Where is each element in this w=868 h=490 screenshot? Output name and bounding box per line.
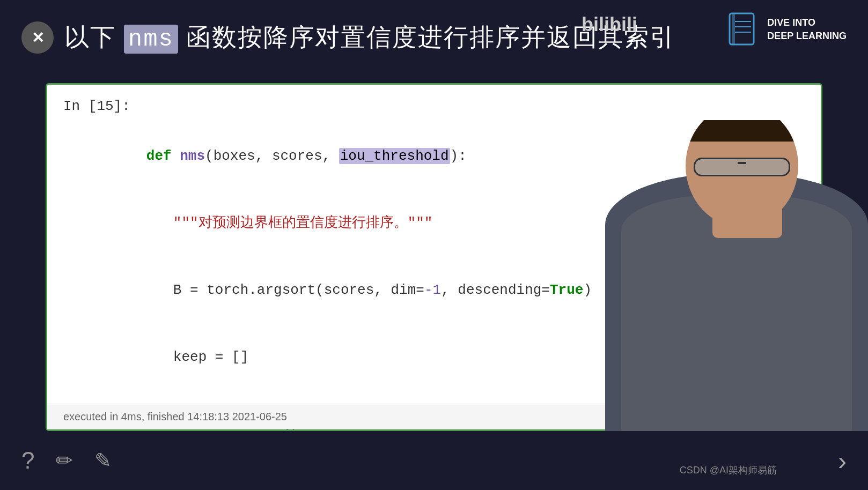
watermark: CSDN @AI架构师易筋 — [680, 464, 777, 477]
logo-text: DIVE INTO DEEP LEARNING — [767, 16, 847, 43]
svg-rect-1 — [732, 13, 735, 44]
cell-label: In [15]: — [63, 95, 805, 118]
code-line-1: def nms(boxes, scores, iou_threshold): — [79, 123, 805, 190]
cell-footer: executed in 4ms, finished 14:18:13 2021-… — [47, 404, 821, 429]
fn-name-nms: nms — [180, 148, 205, 164]
code-line-3: B = torch.argsort(scores, dim=-1, descen… — [79, 257, 805, 324]
close-button[interactable] — [21, 21, 54, 54]
keyword-def: def — [146, 148, 180, 164]
help-icon[interactable]: ? — [21, 447, 34, 474]
notebook-container: In [15]: def nms(boxes, scores, iou_thre… — [46, 83, 822, 431]
code-line-2: """对预测边界框的置信度进行排序。""" — [79, 190, 805, 257]
title-prefix: 以下 — [64, 23, 124, 51]
logo-line2: DEEP LEARNING — [767, 29, 847, 43]
nms-highlight: nms — [124, 25, 178, 54]
next-button[interactable]: › — [838, 446, 847, 476]
pencil-icon[interactable]: ✎ — [94, 449, 112, 472]
logo-area: DIVE INTO DEEP LEARNING — [727, 11, 847, 48]
code-line-4: keep = [] — [79, 324, 805, 391]
bottom-bar: ? ✏ ✎ › CSDN @AI架构师易筋 — [0, 431, 868, 490]
logo-line1: DIVE INTO — [767, 16, 847, 29]
bilibili-logo: bilibili — [582, 13, 637, 36]
book-icon — [727, 11, 759, 48]
edit-icon[interactable]: ✏ — [56, 449, 73, 472]
execution-info: executed in 4ms, finished 14:18:13 2021-… — [63, 411, 287, 422]
